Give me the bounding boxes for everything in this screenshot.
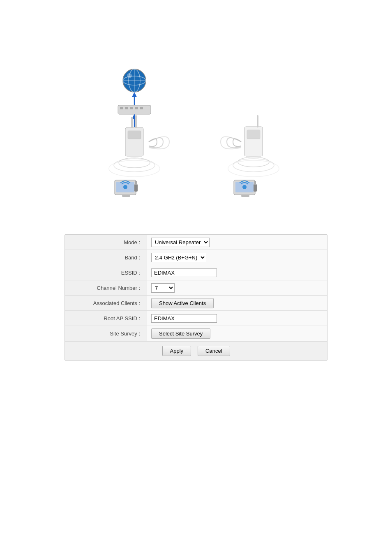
form-footer: Apply Cancel	[65, 341, 327, 360]
svg-rect-32	[122, 195, 130, 197]
channel-value: 1234 5678 9101112 13Auto	[147, 282, 327, 294]
mode-row: Mode : Universal Repeater Access Point C…	[65, 235, 327, 250]
assoc-clients-label: Associated Clients :	[65, 296, 147, 310]
select-site-survey-button[interactable]: Select Site Survey	[151, 328, 210, 339]
svg-point-31	[123, 185, 127, 189]
essid-row: ESSID :	[65, 265, 327, 280]
apply-button[interactable]: Apply	[162, 346, 191, 356]
band-select[interactable]: 2.4 GHz (B+G+N) 5 GHz	[151, 253, 206, 262]
essid-label: ESSID :	[65, 265, 147, 280]
root-ap-value	[147, 312, 327, 324]
svg-rect-38	[241, 195, 249, 197]
site-survey-row: Site Survey : Select Site Survey	[65, 326, 327, 341]
svg-rect-12	[135, 107, 138, 109]
assoc-clients-row: Associated Clients : Show Active Clients	[65, 296, 327, 311]
svg-point-37	[242, 185, 247, 189]
svg-point-27	[233, 159, 274, 172]
svg-rect-24	[247, 130, 260, 139]
svg-rect-8	[118, 105, 151, 114]
assoc-clients-value: Show Active Clients	[147, 296, 327, 310]
root-ap-label: Root AP SSID :	[65, 311, 147, 326]
svg-rect-25	[257, 115, 258, 127]
show-active-clients-button[interactable]: Show Active Clients	[151, 298, 214, 308]
site-survey-value: Select Site Survey	[147, 327, 327, 340]
svg-rect-33	[134, 184, 138, 192]
band-label: Band :	[65, 250, 147, 265]
svg-rect-34	[135, 181, 137, 185]
channel-select[interactable]: 1234 5678 9101112 13Auto	[151, 283, 175, 293]
wifi-settings-form: Mode : Universal Repeater Access Point C…	[65, 234, 327, 361]
mode-label: Mode :	[65, 235, 147, 250]
svg-rect-18	[131, 117, 133, 128]
band-row: Band : 2.4 GHz (B+G+N) 5 GHz	[65, 250, 327, 265]
svg-rect-40	[254, 181, 256, 185]
svg-rect-13	[140, 107, 143, 109]
network-diagram	[81, 66, 311, 222]
mode-select[interactable]: Universal Repeater Access Point Client B…	[151, 238, 210, 247]
channel-row: Channel Number : 1234 5678 9101112 13Aut…	[65, 280, 327, 296]
mode-value: Universal Repeater Access Point Client B…	[147, 236, 327, 249]
root-ap-row: Root AP SSID :	[65, 311, 327, 326]
band-value: 2.4 GHz (B+G+N) 5 GHz	[147, 251, 327, 264]
svg-point-21	[114, 159, 155, 172]
svg-rect-11	[130, 107, 133, 109]
root-ap-input[interactable]	[151, 314, 217, 323]
svg-point-5	[127, 73, 132, 78]
svg-rect-17	[128, 131, 141, 139]
svg-rect-10	[125, 107, 128, 109]
svg-marker-7	[132, 92, 137, 97]
channel-label: Channel Number :	[65, 280, 147, 295]
essid-value	[147, 267, 327, 279]
site-survey-label: Site Survey :	[65, 326, 147, 341]
cancel-button[interactable]: Cancel	[198, 346, 230, 356]
svg-point-20	[119, 158, 150, 168]
essid-input[interactable]	[151, 268, 217, 277]
svg-rect-39	[254, 184, 257, 192]
svg-rect-19	[135, 115, 137, 128]
svg-rect-9	[120, 107, 123, 109]
